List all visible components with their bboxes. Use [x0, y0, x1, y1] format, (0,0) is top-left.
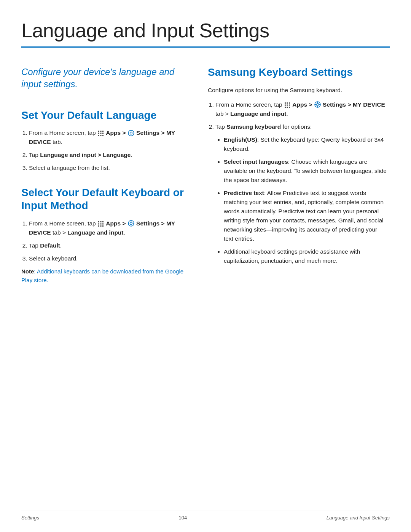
apps-icon — [98, 130, 104, 136]
step-1-2: Tap Language and input > Language. — [29, 150, 185, 160]
svg-rect-35 — [289, 104, 290, 105]
apps-icon-2 — [98, 220, 104, 227]
note-text: Note: Additional keyboards can be downlo… — [21, 267, 185, 285]
svg-rect-6 — [98, 135, 99, 136]
step-3-1-apps-bold: Apps > — [292, 101, 312, 108]
section3-title: Samsung Keyboard Settings — [208, 66, 387, 79]
svg-rect-38 — [289, 107, 290, 108]
step-3-2: Tap Samsung keyboard for options: Englis… — [215, 122, 387, 265]
svg-rect-2 — [102, 131, 104, 132]
page-container: Language and Input Settings Configure yo… — [0, 0, 411, 532]
svg-rect-33 — [285, 104, 286, 105]
bullet-predictive-text: Predictive text: Allow Predictive text t… — [224, 189, 387, 243]
svg-point-25 — [130, 222, 132, 225]
svg-rect-20 — [102, 223, 104, 224]
svg-rect-8 — [102, 135, 104, 136]
step-2-1-apps-bold: Apps > — [106, 220, 126, 227]
section2-steps: From a Home screen, tap — [21, 219, 185, 263]
section3-intro: Configure options for using the Samsung … — [208, 86, 387, 95]
bullet-english: English(US): Set the keyboard type: Qwer… — [224, 135, 387, 153]
step-3-1-lang-bold: Language and input — [230, 110, 286, 117]
step-3-1-settings-bold: Settings > MY DEVICE — [323, 101, 385, 108]
page-title: Language and Input Settings — [21, 19, 390, 42]
title-divider — [21, 46, 390, 48]
step-1-2-bold: Language and input > Language — [40, 152, 131, 158]
svg-point-10 — [130, 132, 132, 134]
left-column: Configure your device's language and inp… — [21, 66, 185, 298]
svg-rect-32 — [289, 102, 290, 104]
section2-body: From a Home screen, tap — [21, 219, 185, 285]
svg-rect-34 — [287, 104, 288, 105]
section1-title: Set Your Default Language — [21, 109, 185, 122]
step-1-1-apps-bold: Apps > — [106, 129, 126, 136]
step-2-1-lang-bold: Language and input — [67, 229, 123, 236]
note-label: Note — [21, 268, 34, 275]
svg-rect-36 — [285, 107, 286, 108]
apps-icon-3 — [284, 102, 290, 108]
samsung-keyboard-options: English(US): Set the keyboard type: Qwer… — [215, 135, 387, 265]
bullet-input-languages: Select input languages: Choose which lan… — [224, 157, 387, 185]
section2-title: Select Your Default Keyboard or Input Me… — [21, 186, 185, 212]
footer-right: Language and Input Settings — [327, 515, 390, 521]
svg-rect-37 — [287, 107, 288, 108]
step-2-1: From a Home screen, tap — [29, 219, 185, 237]
step-1-3: Select a language from the list. — [29, 163, 185, 173]
svg-rect-17 — [102, 221, 104, 222]
right-column: Samsung Keyboard Settings Configure opti… — [208, 66, 387, 298]
svg-rect-4 — [100, 133, 102, 134]
settings-icon-2 — [128, 220, 134, 227]
step-1-1: From a Home screen, tap — [29, 128, 185, 147]
section3-body: Configure options for using the Samsung … — [208, 86, 387, 265]
section1-body: From a Home screen, tap — [21, 128, 185, 173]
settings-icon-3 — [314, 101, 321, 108]
step-2-2: Tap Default. — [29, 241, 185, 250]
svg-rect-23 — [102, 225, 104, 227]
two-column-layout: Configure your device's language and inp… — [21, 66, 390, 298]
section-samsung-keyboard: Samsung Keyboard Settings Configure opti… — [208, 66, 387, 265]
intro-text: Configure your device's language and inp… — [21, 66, 185, 91]
svg-rect-15 — [98, 221, 99, 222]
svg-rect-19 — [100, 223, 102, 224]
svg-rect-5 — [102, 133, 104, 134]
svg-rect-1 — [100, 131, 102, 132]
svg-rect-0 — [98, 131, 99, 132]
svg-rect-30 — [285, 102, 286, 104]
svg-rect-7 — [100, 135, 102, 136]
page-footer: Settings 104 Language and Input Settings — [21, 511, 390, 521]
step-3-1: From a Home screen, tap — [215, 100, 387, 118]
svg-rect-3 — [98, 133, 99, 134]
bullet-additional-settings: Additional keyboard settings provide ass… — [224, 247, 387, 265]
step-2-2-bold: Default — [40, 242, 60, 249]
section-default-language: Set Your Default Language From a Home sc… — [21, 109, 185, 173]
step-3-2-bold: Samsung keyboard — [226, 123, 281, 130]
svg-rect-21 — [98, 225, 99, 227]
step-2-3: Select a keyboard. — [29, 254, 185, 263]
svg-point-40 — [316, 104, 319, 106]
svg-rect-16 — [100, 221, 102, 222]
footer-page-number: 104 — [179, 515, 187, 521]
settings-icon-1 — [128, 130, 134, 136]
svg-rect-18 — [98, 223, 99, 224]
footer-left: Settings — [21, 515, 39, 521]
section1-steps: From a Home screen, tap — [21, 128, 185, 173]
svg-rect-31 — [287, 102, 288, 104]
section-default-keyboard: Select Your Default Keyboard or Input Me… — [21, 186, 185, 284]
section3-steps: From a Home screen, tap — [208, 100, 387, 265]
svg-rect-22 — [100, 225, 102, 227]
